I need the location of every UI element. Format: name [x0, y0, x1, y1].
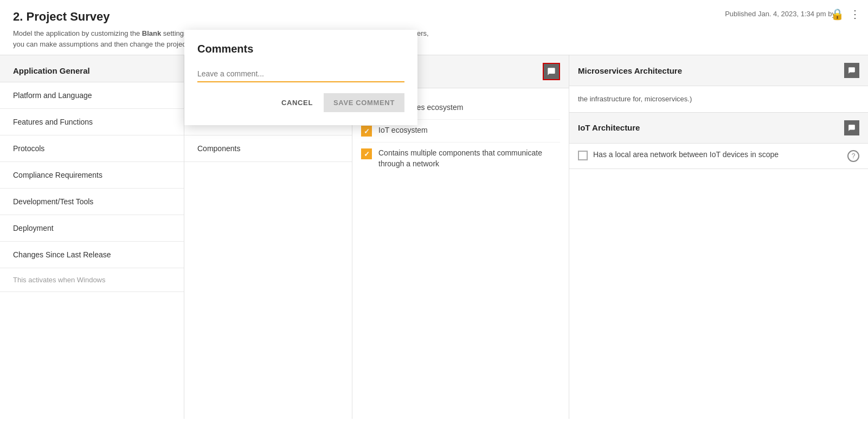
- sidebar-item-changes[interactable]: Changes Since Last Release: [0, 242, 184, 268]
- checkbox-multiple[interactable]: [361, 148, 372, 159]
- save-comment-button[interactable]: SAVE COMMENT: [324, 93, 404, 112]
- sidebar-item-compliance[interactable]: Compliance Requirements: [0, 162, 184, 189]
- comment-actions: CANCEL SAVE COMMENT: [197, 93, 404, 112]
- comment-input[interactable]: [197, 66, 404, 82]
- arch-item-text-1: IoT ecosystem: [378, 125, 428, 136]
- right-panel: Microservices Architecture the infrastru…: [569, 55, 868, 419]
- page-wrapper: 2. Project Survey Model the application …: [0, 0, 868, 434]
- help-icon-iot[interactable]: ?: [847, 150, 859, 162]
- sidebar-item-muted: This activates when Windows: [0, 268, 184, 292]
- comment-input-wrapper: [197, 66, 404, 82]
- checkbox-iot[interactable]: [361, 126, 372, 137]
- sidebar-item-deployment[interactable]: Deployment: [0, 215, 184, 242]
- header: 2. Project Survey Model the application …: [0, 0, 868, 55]
- microservices-comment-button[interactable]: [844, 63, 859, 78]
- arch-item-text-2: Contains multiple components that commun…: [378, 148, 560, 169]
- arch-item-2: Contains multiple components that commun…: [361, 142, 560, 174]
- right-section-iot: IoT Architecture Has a local area networ…: [569, 113, 868, 169]
- publish-meta: Published Jan. 4, 2023, 1:34 pm by: [725, 10, 835, 18]
- sidebar: Application General Platform and Languag…: [0, 55, 184, 419]
- comments-title: Comments: [197, 43, 404, 55]
- right-section-microservices: Microservices Architecture the infrastru…: [569, 55, 868, 113]
- sidebar-item-protocols[interactable]: Protocols: [0, 135, 184, 162]
- main-layout: Application General Platform and Languag…: [0, 55, 868, 419]
- iot-checkbox-0[interactable]: [578, 151, 588, 160]
- sidebar-item-features[interactable]: Features and Functions: [0, 109, 184, 135]
- comments-popup: Comments CANCEL SAVE COMMENT: [184, 30, 417, 125]
- right-section-header-microservices: Microservices Architecture: [569, 55, 868, 86]
- right-section-title-iot: IoT Architecture: [578, 123, 640, 132]
- iot-item-0: Has a local area network between IoT dev…: [569, 144, 868, 169]
- right-section-title-microservices: Microservices Architecture: [578, 66, 682, 75]
- mid-item-components[interactable]: Components: [184, 135, 352, 162]
- iot-comment-button[interactable]: [844, 120, 859, 135]
- more-icon[interactable]: ⋮: [850, 8, 860, 21]
- right-section-header-iot: IoT Architecture: [569, 113, 868, 144]
- lock-icon[interactable]: 🔒: [831, 8, 844, 21]
- sidebar-item-devtools[interactable]: Development/Test Tools: [0, 189, 184, 215]
- sidebar-item-platform[interactable]: Platform and Language: [0, 82, 184, 109]
- sidebar-section-title: Application General: [0, 55, 184, 82]
- arch-comment-button[interactable]: [543, 63, 560, 80]
- header-icons: 🔒 ⋮: [831, 8, 860, 21]
- right-section-content-microservices: the infrastructure for, microservices.): [569, 86, 868, 112]
- iot-item-text-0: Has a local area network between IoT dev…: [593, 150, 779, 159]
- cancel-button[interactable]: CANCEL: [277, 93, 317, 112]
